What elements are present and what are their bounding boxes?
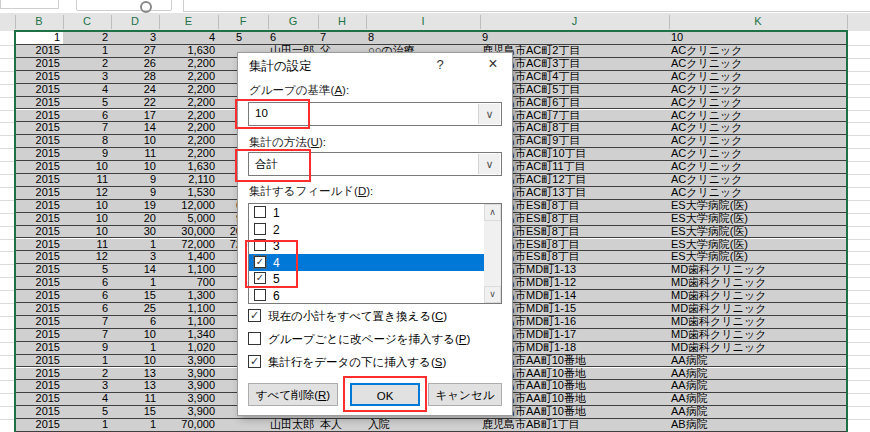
help-icon[interactable]: ? (431, 57, 449, 75)
cell-C29[interactable]: 4 (63, 393, 112, 406)
cell-B30[interactable]: 2015 (15, 406, 64, 419)
cell-K31[interactable]: AB病院 (669, 419, 848, 432)
cell-D3[interactable]: 26 (111, 58, 160, 71)
cell-B14[interactable]: 2015 (15, 200, 64, 213)
column-header-H[interactable]: H (338, 15, 346, 27)
field-item-1[interactable]: 1 (249, 204, 485, 221)
cell-E25[interactable]: 1,020 (159, 342, 219, 355)
unchecked-checkbox-icon[interactable] (254, 239, 266, 251)
cell-K8[interactable]: ACクリニック (669, 122, 848, 135)
cell-K25[interactable]: MD歯科クリニック (669, 342, 848, 355)
cell-J1[interactable]: 9 (480, 31, 670, 45)
cell-E7[interactable]: 2,200 (159, 110, 219, 123)
cell-E17[interactable]: 72,000 (159, 239, 219, 252)
cell-C15[interactable]: 10 (63, 213, 112, 226)
cell-B18[interactable]: 2015 (15, 251, 64, 264)
cell-D21[interactable]: 15 (111, 290, 160, 303)
cell-D30[interactable]: 15 (111, 406, 160, 419)
cell-B25[interactable]: 2015 (15, 342, 64, 355)
cell-E15[interactable]: 5,000 (159, 213, 219, 226)
cell-E1[interactable]: 4 (159, 31, 219, 45)
checked-checkbox-icon[interactable]: ✓ (254, 272, 266, 284)
cell-C26[interactable]: 1 (63, 355, 112, 368)
cell-C5[interactable]: 4 (63, 84, 112, 97)
cell-E24[interactable]: 1,340 (159, 329, 219, 342)
cell-K21[interactable]: MD歯科クリニック (669, 290, 848, 303)
cell-D22[interactable]: 25 (111, 303, 160, 316)
cell-C24[interactable]: 7 (63, 329, 112, 342)
cell-K9[interactable]: ACクリニック (669, 135, 848, 148)
cell-B28[interactable]: 2015 (15, 380, 64, 393)
column-header-K[interactable]: K (754, 15, 761, 27)
cell-C8[interactable]: 7 (63, 122, 112, 135)
cell-E11[interactable]: 1,630 (159, 161, 219, 174)
cell-E23[interactable]: 1,100 (159, 316, 219, 329)
column-header-E[interactable]: E (185, 15, 192, 27)
cell-D23[interactable]: 6 (111, 316, 160, 329)
cell-E4[interactable]: 2,200 (159, 71, 219, 84)
cell-E27[interactable]: 3,900 (159, 368, 219, 381)
cell-E19[interactable]: 1,100 (159, 264, 219, 277)
close-icon[interactable]: × (480, 55, 506, 75)
cell-C13[interactable]: 12 (63, 187, 112, 200)
column-header-J[interactable]: J (572, 15, 578, 27)
cell-K15[interactable]: ES大学病院(医) (669, 213, 848, 226)
cell-D31[interactable]: 1 (111, 419, 160, 432)
scroll-up-icon[interactable]: ∧ (484, 204, 501, 221)
cell-G31[interactable]: 山田太郎 (268, 419, 319, 432)
scroll-down-icon[interactable]: ∨ (484, 286, 501, 303)
cell-B29[interactable]: 2015 (15, 393, 64, 406)
cell-K20[interactable]: MD歯科クリニック (669, 277, 848, 290)
field-item-6[interactable]: 6 (249, 287, 485, 304)
cell-H31[interactable]: 本人 (318, 419, 367, 432)
cell-C6[interactable]: 5 (63, 97, 112, 110)
formula-input-fragment[interactable] (183, 0, 870, 12)
cell-K28[interactable]: AA病院 (669, 380, 848, 393)
cell-B31[interactable]: 2015 (15, 419, 64, 432)
cell-K19[interactable]: MD歯科クリニック (669, 264, 848, 277)
unchecked-checkbox-icon[interactable] (254, 289, 266, 301)
cell-C23[interactable]: 7 (63, 316, 112, 329)
cell-C10[interactable]: 9 (63, 148, 112, 161)
cell-B19[interactable]: 2015 (15, 264, 64, 277)
cell-K30[interactable]: AA病院 (669, 406, 848, 419)
cell-K2[interactable]: ACクリニック (669, 45, 848, 58)
unchecked-checkbox-icon[interactable] (254, 206, 266, 218)
cell-D29[interactable]: 11 (111, 393, 160, 406)
cell-D4[interactable]: 28 (111, 71, 160, 84)
cell-B8[interactable]: 2015 (15, 122, 64, 135)
cell-K7[interactable]: ACクリニック (669, 110, 848, 123)
cell-C3[interactable]: 2 (63, 58, 112, 71)
cell-D1[interactable]: 3 (111, 31, 160, 45)
cell-K23[interactable]: MD歯科クリニック (669, 316, 848, 329)
cell-E6[interactable]: 2,200 (159, 97, 219, 110)
cell-J31[interactable]: 鹿児島市AB町1丁目 (480, 419, 670, 432)
cell-B21[interactable]: 2015 (15, 290, 64, 303)
cell-B6[interactable]: 2015 (15, 97, 64, 110)
column-header-F[interactable]: F (240, 15, 247, 27)
cell-B23[interactable]: 2015 (15, 316, 64, 329)
cell-E5[interactable]: 2,200 (159, 84, 219, 97)
cell-D12[interactable]: 9 (111, 174, 160, 187)
unchecked-checkbox-icon[interactable] (248, 332, 261, 345)
cell-B10[interactable]: 2015 (15, 148, 64, 161)
cell-D20[interactable]: 1 (111, 277, 160, 290)
unchecked-checkbox-icon[interactable] (254, 223, 266, 235)
cell-D11[interactable]: 10 (111, 161, 160, 174)
column-header-D[interactable]: D (131, 15, 139, 27)
cell-C28[interactable]: 3 (63, 380, 112, 393)
cell-G1[interactable]: 6 (268, 31, 319, 45)
field-item-2[interactable]: 2 (249, 221, 485, 238)
cell-E29[interactable]: 3,900 (159, 393, 219, 406)
cell-D9[interactable]: 10 (111, 135, 160, 148)
cell-C2[interactable]: 1 (63, 45, 112, 58)
cell-F31[interactable] (218, 419, 269, 432)
cell-I1[interactable]: 8 (366, 31, 481, 45)
cell-D25[interactable]: 1 (111, 342, 160, 355)
cell-B7[interactable]: 2015 (15, 110, 64, 123)
cell-K26[interactable]: AA病院 (669, 355, 848, 368)
cell-E22[interactable]: 1,100 (159, 303, 219, 316)
cell-C16[interactable]: 10 (63, 226, 112, 239)
checked-checkbox-icon[interactable]: ✓ (254, 256, 266, 268)
cell-K11[interactable]: ACクリニック (669, 161, 848, 174)
